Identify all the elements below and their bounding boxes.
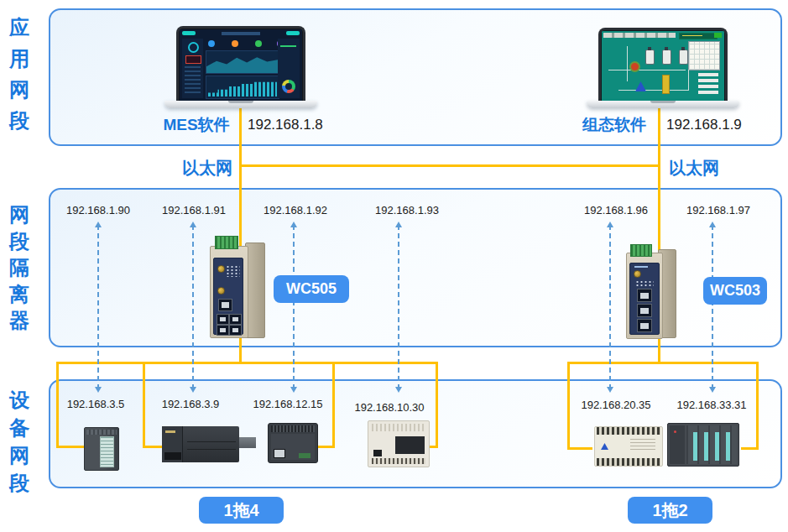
lan-drop-line: [567, 362, 570, 450]
scada-laptop-screen: [598, 28, 728, 101]
mapped-ip-label-4: 192.168.1.93: [375, 204, 439, 216]
section-label-device: 设备网段: [7, 386, 32, 497]
lan-stub-line: [316, 446, 335, 448]
lan-stub-line: [741, 447, 759, 450]
lan-drop-line: [756, 362, 759, 450]
wc505-model-badge: WC505: [274, 275, 349, 303]
device-ip-label-3: 192.168.12.15: [253, 398, 322, 410]
mes-ip-label: 192.168.1.8: [248, 117, 323, 133]
scada-ip-label: 192.168.1.9: [666, 117, 742, 133]
wc503-gateway-device: [626, 244, 676, 337]
mapped-ip-label-1: 192.168.1.90: [66, 204, 130, 216]
network-topology-diagram: 应用网段 网段隔离器 设备网段 以太网 以太网: [0, 0, 788, 532]
section-label-isolator: 网段隔离器: [7, 201, 32, 334]
section-label-application: 应用网段: [7, 12, 32, 136]
lan-stub-line: [567, 447, 592, 450]
lan-stub-line: [56, 446, 86, 448]
lan-drop-line: [143, 362, 145, 448]
group-label-1to2: 1拖2: [628, 497, 712, 524]
lan-bus-line-wc503: [567, 362, 759, 364]
scada-software-label: 组态软件: [577, 114, 651, 136]
group-label-1to4: 1拖4: [199, 497, 284, 524]
ethernet-label-right: 以太网: [669, 157, 719, 180]
plc-s71200: [268, 423, 318, 463]
nat-mapping-arrow-4: [398, 225, 399, 389]
wc503-model-badge: WC503: [703, 277, 767, 305]
device-ip-label-2: 192.168.3.9: [162, 398, 220, 410]
device-ip-label-4: 192.168.10.30: [354, 401, 424, 414]
plc-s7300-rack: [667, 423, 739, 467]
nat-mapping-arrow-5: [609, 225, 611, 389]
nat-mapping-arrow-2: [192, 225, 194, 389]
nat-mapping-arrow-6: [712, 225, 713, 389]
lan-drop-line: [56, 362, 59, 448]
plc-s7200: [162, 426, 258, 462]
mapped-ip-label-3: 192.168.1.92: [264, 204, 327, 216]
wc505-gateway-device: [210, 236, 265, 337]
scada-laptop: [587, 28, 739, 108]
ethernet-bus-line: [239, 164, 660, 167]
lan-drop-line: [332, 362, 335, 448]
mes-laptop-screen: [176, 26, 305, 101]
nat-mapping-arrow-3: [293, 225, 295, 389]
nat-mapping-arrow-1: [97, 225, 99, 389]
plc-s7300-io-module: [84, 427, 119, 471]
mapped-ip-label-6: 192.168.1.97: [686, 204, 750, 216]
ethernet-label-left: 以太网: [182, 157, 232, 180]
lan-bus-line-wc505: [56, 362, 438, 364]
plc-delta-dvp: [594, 426, 663, 467]
mapped-ip-label-2: 192.168.1.91: [162, 204, 226, 216]
scada-laptop-base: [587, 101, 739, 108]
device-ip-label-1: 192.168.3.5: [67, 398, 125, 410]
device-ip-label-5: 192.168.20.35: [581, 399, 650, 411]
plc-mitsubishi-fx: [368, 420, 430, 467]
device-ip-label-6: 192.168.33.31: [676, 399, 746, 411]
lan-drop-line: [436, 362, 438, 448]
mes-laptop-base: [164, 101, 317, 108]
mes-software-label: MES软件: [156, 114, 237, 136]
mes-laptop: [164, 26, 317, 108]
mapped-ip-label-5: 192.168.1.96: [584, 204, 648, 216]
